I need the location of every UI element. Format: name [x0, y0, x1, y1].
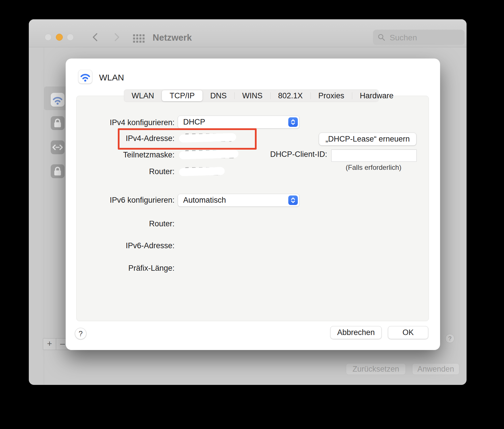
subnet-mask-label: Teilnetzmaske:	[92, 150, 175, 159]
show-all-grid-icon[interactable]	[133, 34, 145, 43]
window-title: Netzwerk	[153, 33, 192, 43]
dialog-help-button[interactable]: ?	[75, 328, 86, 339]
ok-button[interactable]: OK	[388, 326, 428, 339]
search-field[interactable]	[373, 30, 465, 45]
dhcp-client-id-label: DHCP-Client-ID:	[250, 150, 327, 159]
dialog-title: WLAN	[99, 73, 124, 82]
tab-tcpip[interactable]: TCP/IP	[162, 90, 202, 101]
forward-button[interactable]	[112, 32, 121, 42]
renew-dhcp-lease-button[interactable]: „DHCP-Lease“ erneuern	[319, 133, 416, 146]
search-icon	[378, 33, 386, 42]
close-window-button[interactable]	[45, 34, 52, 41]
wifi-icon	[78, 70, 92, 84]
dhcp-client-id-input[interactable]	[331, 149, 417, 162]
zoom-window-button[interactable]	[67, 34, 74, 41]
back-button[interactable]	[91, 32, 100, 42]
ipv4-configure-label: IPv4 konfigurieren:	[92, 118, 175, 127]
ipv6-address-label: IPv6-Adresse:	[92, 241, 175, 250]
add-interface-button[interactable]: +	[43, 338, 56, 350]
apply-button[interactable]: Anwenden	[412, 363, 459, 375]
dhcp-client-id-hint: (Falls erforderlich)	[330, 163, 417, 172]
prefix-length-label: Präfix-Länge:	[92, 264, 175, 273]
ipv6-configure-label: IPv6 konfigurieren:	[92, 196, 175, 205]
search-input[interactable]	[389, 30, 459, 46]
router-v4-redacted-value	[179, 167, 224, 176]
popup-stepper-icon	[288, 117, 298, 127]
lock-icon	[51, 164, 65, 178]
tab-8021x[interactable]: 802.1X	[270, 89, 311, 102]
tab-wlan[interactable]: WLAN	[124, 89, 162, 102]
sidebar-item-vpn-lock-2[interactable]	[51, 164, 65, 178]
ipv4-configure-select[interactable]: DHCP	[178, 116, 300, 129]
tab-wins[interactable]: WINS	[234, 89, 270, 102]
ipv4-configure-value: DHCP	[183, 118, 205, 126]
tab-hardware[interactable]: Hardware	[352, 89, 401, 102]
tab-bar: WLAN TCP/IP DNS WINS 802.1X Proxies Hard…	[124, 89, 379, 102]
wlan-tcpip-dialog: WLAN WLAN TCP/IP DNS WINS 802.1X Proxies…	[66, 59, 440, 350]
router-v6-label: Router:	[92, 219, 175, 228]
wifi-icon	[51, 93, 65, 107]
window-help-button[interactable]: ?	[445, 334, 454, 343]
lock-icon	[51, 116, 65, 130]
sidebar-item-vpn-lock[interactable]	[51, 116, 65, 130]
popup-stepper-icon	[288, 195, 298, 205]
ipv6-configure-select[interactable]: Automatisch	[178, 194, 300, 207]
titlebar: Netzwerk	[29, 19, 467, 47]
router-v4-label: Router:	[92, 167, 175, 176]
tab-dns[interactable]: DNS	[202, 89, 234, 102]
sidebar-item-wlan[interactable]	[51, 93, 65, 107]
minimize-window-button[interactable]	[56, 34, 63, 41]
ethernet-dots-icon	[51, 140, 65, 154]
tab-proxies[interactable]: Proxies	[310, 89, 352, 102]
ipv6-configure-value: Automatisch	[183, 196, 226, 204]
cancel-button[interactable]: Abbrechen	[330, 326, 382, 339]
annotation-highlight-box	[118, 128, 257, 150]
reset-button[interactable]: Zurücksetzen	[346, 363, 406, 375]
subnet-mask-redacted-value	[179, 150, 238, 159]
sidebar-item-bridge[interactable]	[51, 140, 65, 154]
